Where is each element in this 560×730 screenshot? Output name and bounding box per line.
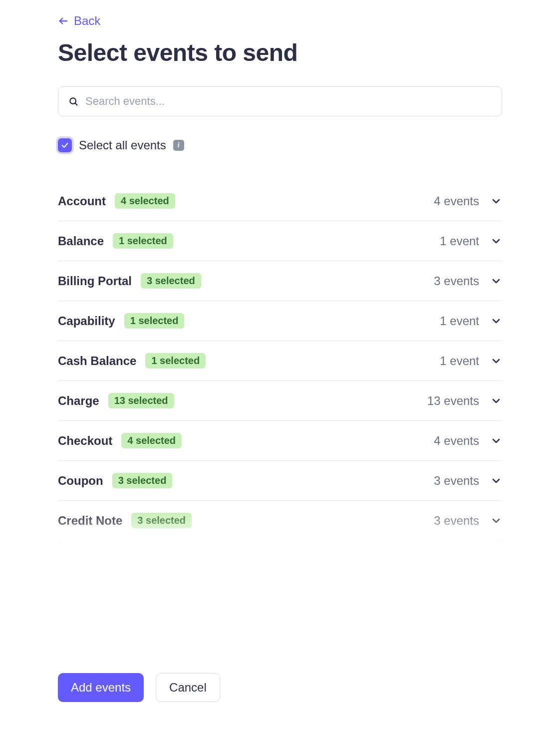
chevron-down-icon — [490, 475, 502, 487]
event-category-name: Charge — [58, 394, 99, 408]
chevron-down-icon — [490, 195, 502, 207]
event-category-name: Account — [58, 194, 106, 208]
event-category-row[interactable]: Credit Note3 selected3 events — [58, 501, 502, 541]
chevron-down-icon — [490, 315, 502, 327]
event-count-label: 1 event — [440, 314, 479, 328]
event-count-label: 1 event — [440, 234, 479, 248]
selected-count-badge: 1 selected — [113, 233, 173, 249]
event-count-label: 3 events — [434, 514, 479, 528]
event-count-label: 4 events — [434, 194, 479, 208]
selected-count-badge: 1 selected — [124, 313, 185, 329]
event-category-name: Cash Balance — [58, 354, 136, 368]
event-category-list: Account4 selected4 eventsBalance1 select… — [58, 181, 502, 571]
search-icon — [68, 96, 78, 106]
event-category-row[interactable]: Balance1 selected1 event — [58, 221, 502, 261]
svg-line-2 — [75, 103, 77, 105]
back-label: Back — [74, 14, 100, 28]
event-category-name: Credit Note — [58, 514, 122, 528]
event-count-label: 13 events — [427, 394, 479, 408]
selected-count-badge: 4 selected — [121, 433, 182, 448]
search-input[interactable] — [85, 95, 492, 108]
event-count-label: 3 events — [434, 474, 479, 488]
event-category-name: Billing Portal — [58, 274, 132, 288]
info-icon[interactable]: i — [173, 140, 184, 151]
selected-count-badge: 13 selected — [108, 393, 174, 408]
event-category-row[interactable]: Charge13 selected13 events — [58, 381, 502, 421]
arrow-left-icon — [58, 15, 69, 26]
event-category-row[interactable]: Coupon3 selected3 events — [58, 461, 502, 501]
select-all-label: Select all events — [79, 138, 166, 152]
selected-count-badge: 21 selected — [123, 553, 189, 568]
event-category-row[interactable]: Account4 selected4 events — [58, 181, 502, 221]
event-category-name: Checkout — [58, 434, 112, 448]
event-category-row[interactable]: Cash Balance1 selected1 event — [58, 341, 502, 381]
cancel-button[interactable]: Cancel — [156, 673, 220, 702]
event-category-name: Coupon — [58, 474, 103, 488]
chevron-down-icon — [490, 515, 502, 527]
selected-count-badge: 3 selected — [131, 513, 192, 528]
event-category-name: Customer — [58, 554, 114, 568]
event-category-row[interactable]: Billing Portal3 selected3 events — [58, 261, 502, 301]
selected-count-badge: 4 selected — [115, 193, 175, 209]
chevron-down-icon — [490, 235, 502, 247]
event-count-label: 1 event — [440, 354, 479, 368]
chevron-down-icon — [490, 275, 502, 287]
event-count-label: 3 events — [434, 274, 479, 288]
event-count-label: 4 events — [434, 434, 479, 448]
back-link[interactable]: Back — [58, 14, 100, 28]
page-title: Select events to send — [58, 39, 502, 66]
chevron-down-icon — [490, 395, 502, 407]
add-events-button[interactable]: Add events — [58, 673, 144, 702]
event-category-row[interactable]: Checkout4 selected4 events — [58, 421, 502, 461]
chevron-down-icon — [490, 355, 502, 367]
event-category-row[interactable]: Capability1 selected1 event — [58, 301, 502, 341]
event-count-label: 21 events — [427, 554, 479, 568]
event-category-name: Balance — [58, 234, 104, 248]
selected-count-badge: 1 selected — [145, 353, 206, 368]
chevron-down-icon — [490, 435, 502, 447]
selected-count-badge: 3 selected — [141, 273, 201, 289]
check-icon — [61, 141, 69, 149]
event-category-row[interactable]: Customer21 selected21 events — [58, 541, 502, 571]
chevron-down-icon — [490, 555, 502, 567]
search-field[interactable] — [58, 86, 502, 116]
event-category-name: Capability — [58, 314, 115, 328]
selected-count-badge: 3 selected — [112, 473, 173, 488]
select-all-checkbox[interactable] — [58, 138, 72, 152]
